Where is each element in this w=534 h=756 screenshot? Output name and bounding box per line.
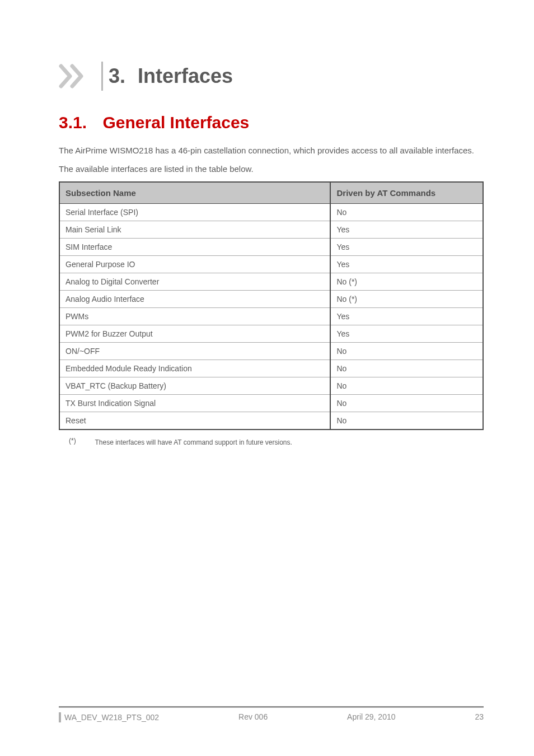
chapter-title: Interfaces [138, 64, 233, 88]
table-row: PWMsYes [59, 308, 483, 325]
table-row: SIM InterfaceYes [59, 239, 483, 256]
footer-divider [59, 706, 484, 708]
table-row: ResetNo [59, 412, 483, 430]
cell-cmds: No [330, 412, 483, 430]
table-row: General Purpose IOYes [59, 256, 483, 273]
table-row: ON/~OFFNo [59, 343, 483, 360]
cell-cmds: No (*) [330, 291, 483, 308]
cell-cmds: Yes [330, 325, 483, 343]
cell-name: VBAT_RTC (Backup Battery) [59, 377, 330, 395]
paragraph: The AirPrime WISMO218 has a 46-pin caste… [59, 144, 484, 156]
cell-cmds: No [330, 395, 483, 412]
table-header-name: Subsection Name [59, 182, 330, 204]
cell-cmds: No [330, 343, 483, 360]
section-title: General Interfaces [103, 113, 250, 132]
cell-name: Serial Interface (SPI) [59, 204, 330, 221]
footer-date: April 29, 2010 [347, 712, 395, 722]
footer-tick-icon [59, 712, 61, 722]
section-heading: 3.1. General Interfaces [59, 113, 484, 132]
footer-page: 23 [475, 712, 484, 722]
paragraph: The available interfaces are listed in t… [59, 163, 484, 175]
footer-doc-id-text: WA_DEV_W218_PTS_002 [64, 713, 159, 722]
table-row: PWM2 for Buzzer OutputYes [59, 325, 483, 343]
cell-name: PWMs [59, 308, 330, 325]
cell-name: PWM2 for Buzzer Output [59, 325, 330, 343]
footnote-mark: (*) [59, 437, 92, 445]
table-row: Main Serial LinkYes [59, 221, 483, 239]
footer-row: WA_DEV_W218_PTS_002 Rev 006 April 29, 20… [59, 712, 484, 722]
table-row: VBAT_RTC (Backup Battery)No [59, 377, 483, 395]
footnote: (*) These interfaces will have AT comman… [59, 437, 484, 447]
cell-name: Reset [59, 412, 330, 430]
cell-name: Main Serial Link [59, 221, 330, 239]
cell-cmds: Yes [330, 221, 483, 239]
document-page: 3. Interfaces 3.1. General Interfaces Th… [0, 0, 534, 756]
cell-name: SIM Interface [59, 239, 330, 256]
footnote-text: These interfaces will have AT command su… [95, 438, 292, 446]
cell-cmds: No [330, 204, 483, 221]
table-row: Analog to Digital ConverterNo (*) [59, 273, 483, 291]
table-row: Embedded Module Ready IndicationNo [59, 360, 483, 377]
table-row: TX Burst Indication SignalNo [59, 395, 483, 412]
footer-doc-id: WA_DEV_W218_PTS_002 [59, 712, 159, 722]
cell-name: General Purpose IO [59, 256, 330, 273]
table-header-cmds: Driven by AT Commands [330, 182, 483, 204]
double-chevron-icon [59, 64, 90, 88]
cell-cmds: Yes [330, 256, 483, 273]
table-header-row: Subsection Name Driven by AT Commands [59, 182, 483, 204]
cell-cmds: No (*) [330, 273, 483, 291]
table-row: Serial Interface (SPI)No [59, 204, 483, 221]
page-footer: WA_DEV_W218_PTS_002 Rev 006 April 29, 20… [59, 706, 484, 722]
cell-name: Analog Audio Interface [59, 291, 330, 308]
chapter-heading: 3. Interfaces [59, 62, 484, 91]
cell-name: Embedded Module Ready Indication [59, 360, 330, 377]
chapter-number: 3. [109, 64, 125, 88]
section-number: 3.1. [59, 113, 87, 132]
cell-cmds: No [330, 360, 483, 377]
cell-name: TX Burst Indication Signal [59, 395, 330, 412]
interfaces-table: Subsection Name Driven by AT Commands Se… [59, 181, 484, 430]
cell-name: Analog to Digital Converter [59, 273, 330, 291]
vertical-divider [101, 62, 103, 91]
cell-cmds: Yes [330, 239, 483, 256]
table-row: Analog Audio InterfaceNo (*) [59, 291, 483, 308]
footer-rev: Rev 006 [238, 712, 268, 722]
cell-cmds: Yes [330, 308, 483, 325]
cell-cmds: No [330, 377, 483, 395]
cell-name: ON/~OFF [59, 343, 330, 360]
